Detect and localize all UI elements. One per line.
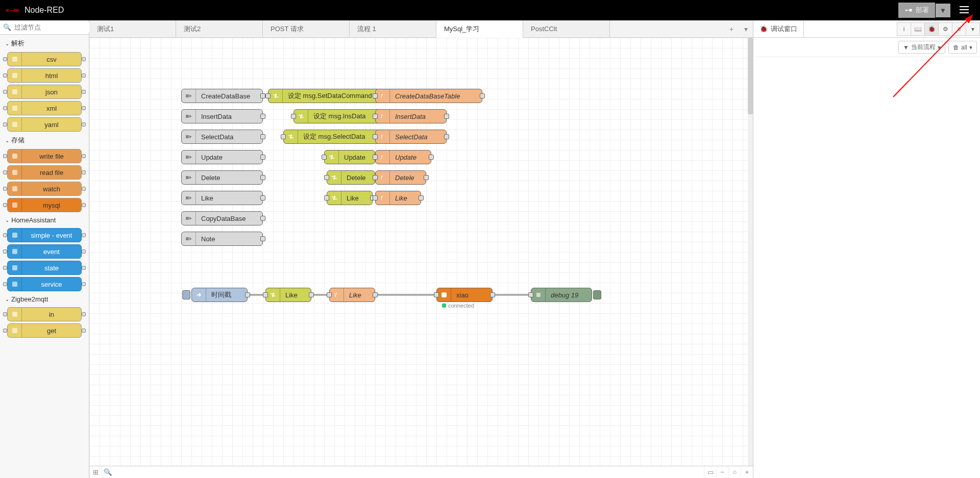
change-node[interactable]: 设定 msg.SetDataCommand xyxy=(268,89,390,103)
change-node[interactable]: Update xyxy=(324,150,375,164)
change-node[interactable]: 设定 msg.InsData xyxy=(293,109,385,123)
flow-tab[interactable]: 测试2 xyxy=(176,20,263,37)
footer-nav-button[interactable]: ⊞ xyxy=(89,466,102,479)
palette-node[interactable]: in xyxy=(7,307,82,321)
node-port-out[interactable] xyxy=(480,93,485,98)
node-port-in[interactable] xyxy=(263,292,268,297)
palette-node[interactable]: mysql xyxy=(7,198,82,212)
node-port-in[interactable] xyxy=(373,134,378,139)
inject-node[interactable]: 时间戳 xyxy=(191,288,248,302)
canvas-scroll[interactable]: CreateDataBaseInsertDataSelectDataUpdate… xyxy=(89,38,753,466)
inject-node[interactable]: Like xyxy=(181,191,263,205)
node-port-out[interactable] xyxy=(260,93,265,98)
function-node[interactable]: fSelectData xyxy=(375,130,447,144)
palette-category-header[interactable]: 解析 xyxy=(0,36,89,51)
node-port-in[interactable] xyxy=(373,155,378,160)
mysql-node[interactable]: xiaoconnected xyxy=(436,288,493,302)
change-node[interactable]: Like xyxy=(265,288,311,302)
palette-node[interactable]: json xyxy=(7,85,82,99)
node-port-out[interactable] xyxy=(444,134,449,139)
change-node[interactable]: Like xyxy=(327,191,373,205)
footer-view-button[interactable]: ▭ xyxy=(704,466,716,479)
inject-node[interactable]: CreateDataBase xyxy=(181,89,263,103)
flow-tab[interactable]: 测试1 xyxy=(89,20,176,37)
node-port-out[interactable] xyxy=(245,292,250,297)
palette-node[interactable]: xml xyxy=(7,101,82,115)
node-port-out[interactable] xyxy=(260,216,265,221)
palette-category-header[interactable]: Zigbee2mqtt xyxy=(0,292,89,306)
sidebar-debug-button[interactable]: 🐞 xyxy=(924,22,939,36)
node-port-out[interactable] xyxy=(260,175,265,180)
debug-clear-button[interactable]: 🗑 all ▾ xyxy=(948,41,977,54)
function-node[interactable]: fLike xyxy=(329,288,375,302)
scrollbar-thumb[interactable] xyxy=(748,38,753,114)
deploy-button[interactable]: 部署 xyxy=(898,3,935,18)
inject-node[interactable]: Update xyxy=(181,150,263,164)
palette-category-header[interactable]: 存储 xyxy=(0,133,89,148)
node-port-out[interactable] xyxy=(260,134,265,139)
palette-node[interactable]: service xyxy=(7,277,82,291)
zoom-reset-button[interactable]: ○ xyxy=(728,466,741,479)
node-port-in[interactable] xyxy=(327,292,332,297)
node-port-out[interactable] xyxy=(260,236,265,241)
function-node[interactable]: fCreateDataBaseTable xyxy=(375,89,482,103)
palette-category-header[interactable]: HomeAssistant xyxy=(0,213,89,227)
inject-node[interactable]: CopyDataBase xyxy=(181,211,263,225)
inject-node[interactable]: InsertData xyxy=(181,109,263,123)
footer-search-button[interactable]: 🔍 xyxy=(102,466,114,479)
node-port-in[interactable] xyxy=(373,114,378,119)
sidebar-tab-debug[interactable]: 🐞 调试窗口 xyxy=(753,20,804,37)
node-port-out[interactable] xyxy=(490,292,495,297)
change-node[interactable]: Detele xyxy=(327,170,375,185)
palette-node[interactable]: get xyxy=(7,323,82,338)
node-port-in[interactable] xyxy=(265,93,271,98)
deploy-dropdown[interactable]: ▼ xyxy=(936,4,950,17)
node-port-in[interactable] xyxy=(324,175,329,180)
palette-node[interactable]: simple - event xyxy=(7,228,82,242)
add-tab-button[interactable]: + xyxy=(724,22,739,36)
debug-node[interactable]: debug 19 xyxy=(531,288,592,302)
node-port-out[interactable] xyxy=(260,114,265,119)
zoom-in-button[interactable]: + xyxy=(741,466,753,479)
node-port-in[interactable] xyxy=(434,292,439,297)
node-port-in[interactable] xyxy=(373,175,378,180)
flow-tab[interactable]: PostCClt xyxy=(523,20,610,37)
sidebar-context-button[interactable]: ≡ xyxy=(952,22,966,36)
palette-node[interactable]: write file xyxy=(7,149,82,163)
node-port-out[interactable] xyxy=(373,292,378,297)
palette-node[interactable]: html xyxy=(7,68,82,83)
flow-canvas[interactable]: CreateDataBaseInsertDataSelectDataUpdate… xyxy=(89,38,753,466)
zoom-out-button[interactable]: − xyxy=(716,466,728,479)
flow-tab[interactable]: POST 请求 xyxy=(263,20,350,37)
palette-node[interactable]: event xyxy=(7,244,82,259)
palette-node[interactable]: yaml xyxy=(7,117,82,132)
inject-node[interactable]: Delete xyxy=(181,170,263,185)
inject-node[interactable]: SelectData xyxy=(181,130,263,144)
node-port-out[interactable] xyxy=(309,292,314,297)
function-node[interactable]: fDetele xyxy=(375,170,426,185)
main-menu-button[interactable] xyxy=(953,3,975,18)
node-port-out[interactable] xyxy=(424,175,429,180)
node-port-in[interactable] xyxy=(291,114,296,119)
node-port-in[interactable] xyxy=(373,93,378,98)
debug-filter-button[interactable]: ▼ 当前流程 ▾ xyxy=(898,41,945,54)
node-port-in[interactable] xyxy=(281,134,286,139)
node-port-in[interactable] xyxy=(373,195,378,200)
palette-search-input[interactable] xyxy=(13,22,101,32)
change-node[interactable]: 设定 msg.SelectData xyxy=(283,130,385,144)
node-port-out[interactable] xyxy=(429,155,434,160)
inject-node[interactable]: Note xyxy=(181,232,263,246)
node-port-out[interactable] xyxy=(260,155,265,160)
sidebar-dropdown-button[interactable]: ▾ xyxy=(966,22,980,36)
node-port-in[interactable] xyxy=(324,195,329,200)
flow-tab[interactable]: 流程 1 xyxy=(350,20,436,37)
palette-node[interactable]: watch xyxy=(7,182,82,196)
palette-node[interactable]: csv xyxy=(7,52,82,66)
node-port-out[interactable] xyxy=(260,195,265,200)
sidebar-info-button[interactable]: i xyxy=(897,22,911,36)
function-node[interactable]: fInsertData xyxy=(375,109,447,123)
palette-node[interactable]: state xyxy=(7,261,82,275)
node-port-in[interactable] xyxy=(528,292,533,297)
node-port-out[interactable] xyxy=(419,195,424,200)
palette-node[interactable]: read file xyxy=(7,165,82,180)
